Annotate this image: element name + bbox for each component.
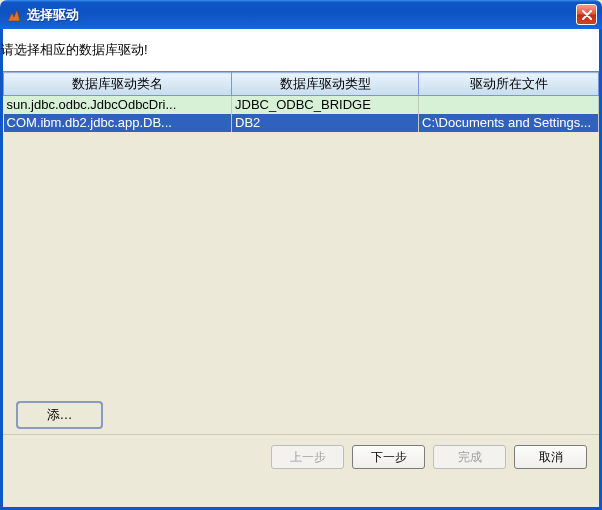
close-icon bbox=[582, 10, 592, 20]
header-file[interactable]: 驱动所在文件 bbox=[419, 73, 599, 96]
bottom-area: 添… bbox=[3, 396, 599, 434]
back-button: 上一步 bbox=[271, 445, 344, 469]
close-button[interactable] bbox=[576, 4, 597, 25]
titlebar: 选择驱动 bbox=[0, 0, 602, 29]
app-icon bbox=[6, 7, 22, 23]
cell-type: DB2 bbox=[232, 114, 419, 132]
cell-class-name: sun.jdbc.odbc.JdbcOdbcDri... bbox=[4, 96, 232, 114]
table-row[interactable]: COM.ibm.db2.jdbc.app.DB... DB2 C:\Docume… bbox=[4, 114, 599, 132]
cell-file: C:\Documents and Settings... bbox=[419, 114, 599, 132]
instruction-text: 请选择相应的数据库驱动! bbox=[1, 41, 599, 59]
add-driver-button[interactable]: 添… bbox=[17, 402, 102, 428]
wizard-footer: 上一步 下一步 完成 取消 bbox=[3, 434, 599, 479]
window-title: 选择驱动 bbox=[27, 6, 576, 24]
table-header-row: 数据库驱动类名 数据库驱动类型 驱动所在文件 bbox=[4, 73, 599, 96]
next-button[interactable]: 下一步 bbox=[352, 445, 425, 469]
header-class-name[interactable]: 数据库驱动类名 bbox=[4, 73, 232, 96]
add-button-label: 添… bbox=[47, 406, 73, 424]
window-body: 请选择相应的数据库驱动! 数据库驱动类名 数据库驱动类型 驱动所在文件 sun.… bbox=[0, 29, 602, 510]
header-type[interactable]: 数据库驱动类型 bbox=[232, 73, 419, 96]
instruction-area: 请选择相应的数据库驱动! bbox=[3, 29, 599, 71]
finish-button: 完成 bbox=[433, 445, 506, 469]
driver-table-wrap: 数据库驱动类名 数据库驱动类型 驱动所在文件 sun.jdbc.odbc.Jdb… bbox=[3, 71, 599, 396]
cell-class-name: COM.ibm.db2.jdbc.app.DB... bbox=[4, 114, 232, 132]
cancel-button[interactable]: 取消 bbox=[514, 445, 587, 469]
cell-file bbox=[419, 96, 599, 114]
cell-type: JDBC_ODBC_BRIDGE bbox=[232, 96, 419, 114]
table-row[interactable]: sun.jdbc.odbc.JdbcOdbcDri... JDBC_ODBC_B… bbox=[4, 96, 599, 114]
driver-table: 数据库驱动类名 数据库驱动类型 驱动所在文件 sun.jdbc.odbc.Jdb… bbox=[3, 72, 599, 132]
